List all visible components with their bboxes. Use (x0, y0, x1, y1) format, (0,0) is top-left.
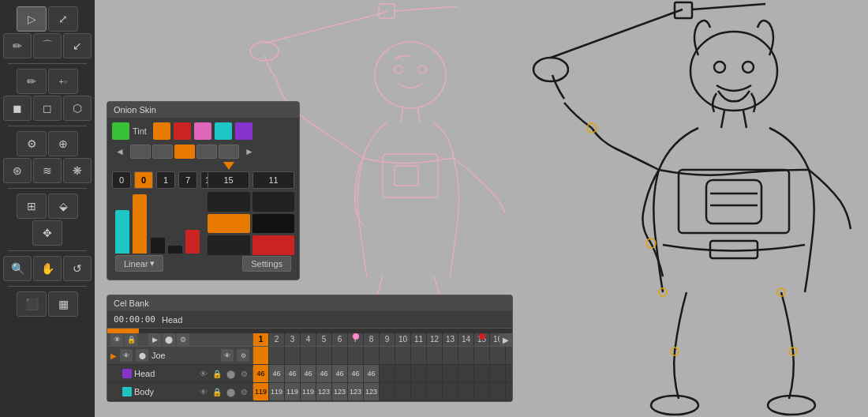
settings-icon[interactable]: ⚙ (177, 333, 189, 346)
head-cell-13[interactable] (443, 365, 458, 382)
fill-tool[interactable]: ◼ (3, 96, 32, 121)
body-cell-14[interactable] (458, 383, 474, 400)
body-cell-7[interactable]: 123 (348, 383, 364, 400)
joe-cell-10[interactable] (395, 347, 411, 364)
joe-cell-16[interactable] (490, 347, 506, 364)
stamp-tool[interactable]: ⬡ (63, 96, 92, 121)
joe-cell-2[interactable] (269, 347, 285, 364)
joe-expand-arrow[interactable]: ▶ (110, 351, 117, 360)
head-cell-8[interactable]: 46 (364, 365, 380, 382)
frame-3[interactable]: 3 (285, 333, 301, 346)
head-cell-10[interactable] (395, 365, 411, 382)
frame-6[interactable]: 6 (332, 333, 348, 346)
add-point-tool[interactable]: +○ (48, 69, 78, 94)
layer-tool[interactable]: ⊞ (17, 193, 47, 219)
joe-cell-11[interactable] (411, 347, 427, 364)
nav-btn-2[interactable] (152, 145, 173, 159)
head-cell-15[interactable] (474, 365, 490, 382)
frame-11[interactable]: 11 (411, 333, 427, 346)
head-cell-7[interactable]: 46 (348, 365, 364, 382)
pin-tool[interactable]: ⊕ (48, 131, 78, 156)
head-settings-icon[interactable]: ⚙ (238, 368, 249, 379)
eye-icon[interactable]: 👁 (110, 333, 123, 346)
body-cell-5[interactable]: 123 (316, 383, 332, 400)
body-settings-icon[interactable]: ⚙ (238, 386, 249, 397)
body-cell-11[interactable] (411, 383, 427, 400)
head-eye-icon[interactable]: 👁 (198, 368, 209, 379)
frame-12[interactable]: 12 (427, 333, 443, 346)
frame-input-3[interactable] (178, 171, 197, 189)
nav-btn-active[interactable] (174, 145, 195, 159)
body-cell-10[interactable] (395, 383, 411, 400)
move-tool[interactable]: ✥ (32, 220, 62, 246)
frame-9[interactable]: 9 (380, 333, 395, 346)
settings-button[interactable]: Settings (242, 256, 291, 272)
zoom-tool[interactable]: 🔍 (3, 256, 32, 281)
linear-button[interactable]: Linear ▾ (115, 255, 163, 272)
frame-16[interactable]: 16 (490, 333, 499, 346)
nav-btn-4[interactable] (219, 145, 239, 159)
frame-2[interactable]: 2 (269, 333, 285, 346)
joe-cell-1[interactable] (253, 347, 269, 364)
joe-cell-15[interactable] (474, 347, 490, 364)
camera-tool[interactable]: ⬛ (17, 291, 47, 317)
particle-tool[interactable]: ❋ (63, 158, 92, 183)
nav-btn-1[interactable] (130, 145, 151, 159)
warp-tool[interactable]: ⬙ (48, 193, 78, 219)
head-cell-5[interactable]: 46 (316, 365, 332, 382)
body-cell-15[interactable] (474, 383, 490, 400)
frame-15[interactable]: 15 (474, 333, 490, 346)
head-cell-12[interactable] (427, 365, 443, 382)
joe-vis-icon[interactable]: 👁 (221, 349, 234, 362)
body-eye-icon[interactable]: 👁 (198, 386, 209, 397)
active-tint-color[interactable] (112, 122, 129, 140)
head-cell-16[interactable] (490, 365, 506, 382)
physics-tool[interactable]: ≋ (33, 158, 62, 183)
body-cell-2[interactable]: 119 (269, 383, 285, 400)
body-lock-icon[interactable]: 🔒 (211, 386, 223, 397)
hook-tool[interactable]: ↙ (63, 33, 92, 58)
frame-input-2[interactable] (156, 171, 175, 189)
body-cell-9[interactable] (380, 383, 395, 400)
joe-eye[interactable]: 👁 (120, 349, 133, 362)
joe-link[interactable]: ⬤ (136, 349, 148, 362)
lasso-tool[interactable]: ⌒ (33, 33, 62, 58)
frame-14[interactable]: 14 (458, 333, 474, 346)
head-cell-14[interactable] (458, 365, 474, 382)
head-cell-4[interactable]: 46 (301, 365, 316, 382)
frame-7[interactable]: 7 (348, 333, 364, 346)
body-cell-4[interactable]: 119 (301, 383, 316, 400)
head-lock-icon[interactable]: 🔒 (211, 368, 223, 379)
eraser-tool[interactable]: ◻ (33, 96, 62, 121)
body-cell-3[interactable]: 119 (285, 383, 301, 400)
frame-track[interactable] (107, 329, 512, 333)
pen-tool[interactable]: ✏ (3, 33, 32, 58)
body-cell-1[interactable]: 119 (253, 383, 269, 400)
frame-input-0[interactable] (112, 171, 131, 189)
head-cell-1[interactable]: 46 (253, 365, 269, 382)
body-cell-13[interactable] (443, 383, 458, 400)
body-link-icon[interactable]: ⬤ (225, 386, 236, 397)
joe-cell-3[interactable] (285, 347, 301, 364)
frame-13[interactable]: 13 (443, 333, 458, 346)
bone-tool[interactable]: ⚙ (17, 131, 47, 156)
joe-cell-9[interactable] (380, 347, 395, 364)
frame-10[interactable]: 10 (395, 333, 411, 346)
head-cell-9[interactable] (380, 365, 395, 382)
frame-5[interactable]: 5 (316, 333, 332, 346)
head-cell-11[interactable] (411, 365, 427, 382)
joe-cell-14[interactable] (458, 347, 474, 364)
head-cell-3[interactable]: 46 (285, 365, 301, 382)
hand-tool[interactable]: ✋ (33, 256, 62, 281)
lock-icon[interactable]: 🔒 (125, 333, 137, 346)
body-cell-16[interactable] (490, 383, 506, 400)
frame-val-15[interactable] (208, 171, 249, 189)
head-cell-2[interactable]: 46 (269, 365, 285, 382)
scroll-right-arrow[interactable]: ▶ (499, 333, 512, 346)
frame-1[interactable]: 1 (253, 333, 269, 346)
transform-tool[interactable]: ⤢ (48, 6, 78, 32)
frame-input-1[interactable] (134, 171, 153, 189)
nav-left-arrow[interactable]: ◄ (112, 145, 128, 159)
joe-cell-4[interactable] (301, 347, 316, 364)
link-icon[interactable]: ⬤ (163, 333, 175, 346)
